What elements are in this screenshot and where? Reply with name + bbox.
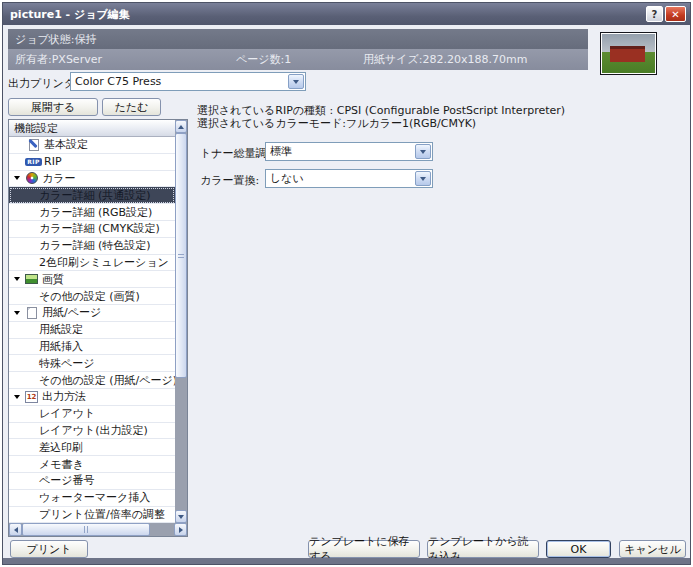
- horizontal-scroll-thumb[interactable]: [22, 523, 150, 536]
- job-info-band: 所有者:PXServer ページ数:1 用紙サイズ:282.20x188.70m…: [8, 49, 588, 70]
- color-replace-select[interactable]: しない: [265, 169, 433, 188]
- sidebar-item[interactable]: 用紙挿入: [9, 339, 175, 356]
- sidebar-item[interactable]: 12出力方法: [9, 389, 175, 406]
- horizontal-scrollbar[interactable]: [9, 523, 187, 536]
- sidebar-item[interactable]: ページ番号: [9, 473, 175, 490]
- output-printer-value: Color C75 Press: [75, 75, 161, 88]
- sidebar-item-label: カラー詳細 (RGB設定): [39, 205, 152, 220]
- owner-text: 所有者:PXServer: [15, 52, 102, 67]
- help-button[interactable]: ?: [646, 6, 663, 22]
- sidebar-item[interactable]: その他の設定 (用紙/ページ): [9, 372, 175, 389]
- sidebar-item[interactable]: カラー: [9, 171, 175, 188]
- toner-adjust-value: 標準: [270, 144, 292, 159]
- scroll-up-icon[interactable]: [175, 120, 187, 133]
- sidebar-item[interactable]: 用紙設定: [9, 322, 175, 339]
- sidebar-item[interactable]: 画質: [9, 271, 175, 288]
- sidebar-item[interactable]: メモ書き: [9, 456, 175, 473]
- save-template-button[interactable]: テンプレートに保存する: [308, 540, 420, 558]
- ok-button[interactable]: OK: [546, 540, 611, 558]
- close-button[interactable]: ✕: [665, 6, 686, 22]
- window-title: picture1 - ジョブ編集: [10, 7, 130, 22]
- sidebar-item[interactable]: 特殊ページ: [9, 355, 175, 372]
- sidebar-item-label: カラー詳細 (共通設定): [39, 188, 151, 203]
- sidebar-item[interactable]: カラー詳細 (RGB設定): [9, 204, 175, 221]
- expander-triangle-icon[interactable]: [11, 277, 23, 281]
- job-status-text: ジョブ状態:保持: [15, 32, 96, 47]
- scroll-right-icon[interactable]: [174, 523, 187, 536]
- expander-triangle-icon[interactable]: [11, 176, 23, 180]
- expander-triangle-icon[interactable]: [11, 311, 23, 315]
- screen: picture1 - ジョブ編集 ? ✕ ジョブ状態:保持 所有者:PXServ…: [0, 0, 693, 567]
- sidebar-item[interactable]: 差込印刷: [9, 439, 175, 456]
- sidebar-item-label: レイアウト(出力設定): [39, 423, 148, 438]
- color-mode-info: 選択されているカラーモード:フルカラー1(RGB/CMYK): [197, 116, 476, 131]
- function-settings-panel: 機能設定 基本設定RIPRIPカラーカラー詳細 (共通設定)カラー詳細 (RGB…: [8, 119, 188, 537]
- thumbnail-barn: [610, 46, 645, 62]
- sidebar-item-label: RIP: [44, 155, 62, 168]
- sidebar-item[interactable]: レイアウト: [9, 406, 175, 423]
- color-wheel-icon: [23, 172, 40, 184]
- sidebar-item[interactable]: RIPRIP: [9, 154, 175, 171]
- color-replace-label: カラー置換:: [200, 173, 259, 188]
- sidebar-item[interactable]: 2色印刷シミュレーション: [9, 255, 175, 272]
- load-template-button[interactable]: テンプレートから読み込み: [427, 540, 539, 558]
- window-bottom-edge: [3, 558, 690, 564]
- sidebar-item[interactable]: プリント位置/倍率の調整: [9, 507, 175, 523]
- color-replace-value: しない: [270, 171, 304, 186]
- output-printer-select[interactable]: Color C75 Press: [70, 72, 306, 91]
- sidebar-item[interactable]: その他の設定 (画質): [9, 288, 175, 305]
- paper-size-text: 用紙サイズ:282.20x188.70mm: [363, 52, 527, 67]
- sidebar-item-label: ウォーターマーク挿入: [39, 490, 150, 505]
- sidebar-item-label: 差込印刷: [39, 440, 83, 455]
- image-icon: [23, 274, 40, 284]
- page-icon: [23, 307, 40, 319]
- sidebar-item[interactable]: ウォーターマーク挿入: [9, 490, 175, 507]
- sidebar-item-label: プリント位置/倍率の調整: [39, 507, 165, 522]
- scroll-down-icon[interactable]: [175, 510, 187, 523]
- sidebar-item-label: 基本設定: [44, 137, 88, 152]
- collapse-all-button[interactable]: たたむ: [102, 98, 161, 116]
- titlebar[interactable]: picture1 - ジョブ編集 ? ✕: [3, 3, 690, 25]
- chevron-down-icon[interactable]: [415, 171, 431, 186]
- sidebar-item[interactable]: 用紙/ページ: [9, 305, 175, 322]
- sidebar-item-label: 用紙設定: [39, 322, 83, 337]
- sidebar-item-label: メモ書き: [39, 457, 84, 472]
- sidebar-item-label: レイアウト: [39, 406, 95, 421]
- sidebar-item-label: カラー詳細 (CMYK設定): [39, 221, 160, 236]
- sidebar-item[interactable]: レイアウト(出力設定): [9, 423, 175, 440]
- output-printer-label: 出力プリンタ:: [8, 76, 79, 91]
- sidebar-item-label: 出力方法: [42, 389, 86, 404]
- job-edit-dialog: picture1 - ジョブ編集 ? ✕ ジョブ状態:保持 所有者:PXServ…: [2, 2, 691, 565]
- function-settings-header: 機能設定: [9, 120, 175, 137]
- sidebar-item-label: その他の設定 (用紙/ページ): [39, 373, 175, 388]
- sidebar-item-label: その他の設定 (画質): [39, 289, 140, 304]
- sidebar-item[interactable]: 基本設定: [9, 137, 175, 154]
- expander-triangle-icon[interactable]: [11, 395, 23, 399]
- chevron-down-icon[interactable]: [415, 144, 431, 159]
- sidebar-item-label: 用紙挿入: [39, 339, 83, 354]
- vertical-scroll-thumb[interactable]: [175, 133, 187, 378]
- sidebar-item-label: ページ番号: [39, 473, 95, 488]
- rip-icon: RIP: [25, 158, 42, 166]
- output-icon: 12: [23, 391, 40, 403]
- sidebar-item[interactable]: カラー詳細 (CMYK設定): [9, 221, 175, 238]
- sidebar-item[interactable]: カラー詳細 (共通設定): [9, 187, 175, 204]
- expand-all-button[interactable]: 展開する: [8, 98, 98, 116]
- chevron-down-icon[interactable]: [288, 74, 304, 89]
- sidebar-item-label: カラー詳細 (特色設定): [39, 238, 151, 253]
- sidebar-item-label: 用紙/ページ: [42, 305, 101, 320]
- sidebar-item-label: 2色印刷シミュレーション: [39, 255, 169, 270]
- scroll-left-icon[interactable]: [9, 523, 22, 536]
- sidebar-item-label: カラー: [42, 171, 76, 186]
- sidebar-item-label: 画質: [42, 272, 64, 287]
- print-button[interactable]: プリント: [10, 540, 88, 558]
- barn-photo: [602, 34, 655, 73]
- page-count-text: ページ数:1: [236, 52, 291, 67]
- job-preview-thumbnail: [600, 32, 657, 75]
- cancel-button[interactable]: キャンセル: [619, 540, 686, 558]
- sidebar-item[interactable]: カラー詳細 (特色設定): [9, 238, 175, 255]
- toner-adjust-select[interactable]: 標準: [265, 142, 433, 161]
- vertical-scrollbar[interactable]: [175, 120, 187, 523]
- function-list: 基本設定RIPRIPカラーカラー詳細 (共通設定)カラー詳細 (RGB設定)カラ…: [9, 137, 175, 523]
- edit-icon: [25, 139, 42, 151]
